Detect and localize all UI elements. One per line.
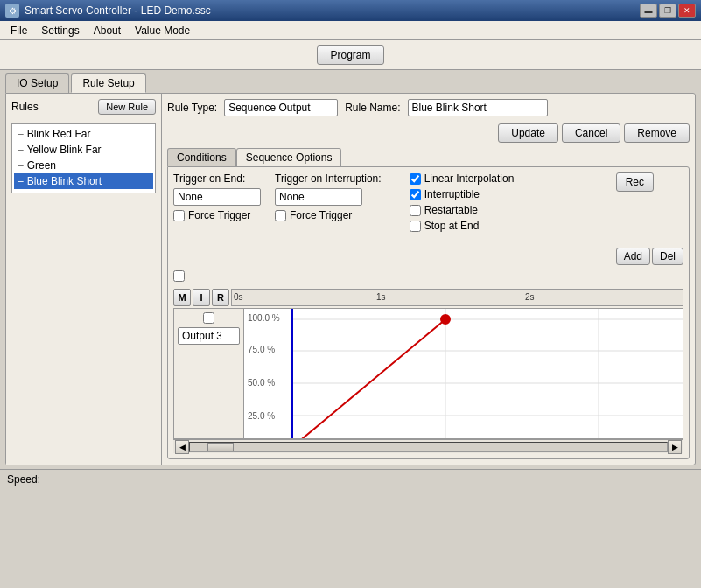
tab-io-setup[interactable]: IO Setup <box>5 74 69 93</box>
rule-type-select[interactable]: Sequence Output <box>224 99 338 116</box>
trigger-end-label: Trigger on End: <box>173 172 261 185</box>
scroll-left-button[interactable]: ◀ <box>175 440 189 454</box>
menu-about[interactable]: About <box>87 23 128 38</box>
force-trigger-1-checkbox[interactable] <box>173 210 185 221</box>
stop-at-end-checkbox[interactable] <box>410 220 421 232</box>
rule-name-input[interactable] <box>408 99 548 116</box>
force-trigger-2-label: Force Trigger <box>290 209 352 221</box>
toolbar: Program <box>0 40 701 70</box>
rule-type-label: Rule Type: <box>167 102 217 114</box>
menu-file[interactable]: File <box>4 23 34 38</box>
rule-item-green[interactable]: Green <box>14 158 153 173</box>
sidebar: Rules New Rule Blink Red Far Yellow Blin… <box>6 94 162 465</box>
panel-box: Trigger on End: None Force Trigger Trigg… <box>167 166 690 459</box>
stop-at-end-row: Stop at End <box>410 220 515 232</box>
rule-name-label: Rule Name: <box>345 102 400 114</box>
rule-type-select-wrapper: Sequence Output <box>224 99 338 116</box>
timeline-container: Output 3 100.0 % 75.0 % <box>173 308 683 439</box>
y-label-25: 25.0 % <box>248 411 275 421</box>
graph-line <box>292 319 445 438</box>
track-checkbox[interactable] <box>203 312 214 324</box>
force-trigger-1-label: Force Trigger <box>188 209 250 221</box>
scroll-right-button[interactable]: ▶ <box>668 440 682 454</box>
cancel-button[interactable]: Cancel <box>562 123 620 143</box>
app-icon: ⚙ <box>5 4 19 18</box>
tab-sequence-options[interactable]: Sequence Options <box>236 148 342 166</box>
editor-checkbox[interactable] <box>173 270 185 282</box>
add-button[interactable]: Add <box>616 248 650 265</box>
sequence-editor: M I R 0s 1s 2s <box>173 289 683 453</box>
maximize-button[interactable]: ❐ <box>659 4 676 18</box>
m-button[interactable]: M <box>173 289 191 306</box>
editor-toolbar: M I R 0s 1s 2s <box>173 289 683 306</box>
main-panel: Rule Type: Sequence Output Rule Name: Up… <box>162 94 695 465</box>
rec-adddel-group: Rec Add Del <box>616 172 683 265</box>
menu-value-mode[interactable]: Value Mode <box>128 23 197 38</box>
editor-header-row <box>173 270 683 282</box>
trigger-end-group: Trigger on End: None Force Trigger <box>173 172 261 221</box>
force-trigger-1-row: Force Trigger <box>173 209 261 221</box>
interruptible-row: Interruptible <box>410 188 515 200</box>
scrollbar-thumb[interactable] <box>207 443 234 452</box>
content-area: Rules New Rule Blink Red Far Yellow Blin… <box>5 93 696 466</box>
output-select[interactable]: Output 3 <box>178 327 240 345</box>
rule-header: Rule Type: Sequence Output Rule Name: Up… <box>167 99 690 143</box>
restartable-row: Restartable <box>410 204 515 216</box>
update-button[interactable]: Update <box>498 123 558 143</box>
status-bar: Speed: <box>0 469 701 488</box>
r-button[interactable]: R <box>212 289 229 306</box>
trigger-interrupt-label: Trigger on Interruption: <box>275 172 382 185</box>
menu-bar: File Settings About Value Mode <box>0 21 701 40</box>
horizontal-scrollbar[interactable] <box>189 442 668 452</box>
y-label-100: 100.0 % <box>248 313 280 323</box>
new-rule-button[interactable]: New Rule <box>98 99 156 115</box>
chart-svg: 100.0 % 75.0 % 50.0 % 25.0 % 0.0 % <box>244 309 683 438</box>
time-label-2s: 2s <box>525 292 535 302</box>
remove-button[interactable]: Remove <box>624 123 690 143</box>
interruptible-checkbox[interactable] <box>410 189 421 200</box>
inner-tabs: Conditions Sequence Options <box>167 148 690 166</box>
add-del-group: Add Del <box>616 248 683 265</box>
rule-item-blink-red-far[interactable]: Blink Red Far <box>14 126 153 142</box>
time-label-1s: 1s <box>376 292 386 302</box>
menu-settings[interactable]: Settings <box>34 23 86 38</box>
timeline-ruler: 0s 1s 2s <box>231 289 683 306</box>
graph-point-end <box>441 315 450 324</box>
trigger-end-select-wrapper: None <box>173 188 261 206</box>
tab-rule-setup[interactable]: Rule Setup <box>71 74 145 93</box>
trigger-interrupt-select[interactable]: None <box>275 188 362 206</box>
restartable-checkbox[interactable] <box>410 205 421 216</box>
close-button[interactable]: ✕ <box>678 4 696 18</box>
trigger-interrupt-select-wrapper: None <box>275 188 382 206</box>
status-speed-label: Speed: <box>7 473 40 486</box>
trigger-end-select[interactable]: None <box>173 188 261 206</box>
trigger-interrupt-group: Trigger on Interruption: None Force Trig… <box>275 172 382 221</box>
force-trigger-2-checkbox[interactable] <box>275 210 286 221</box>
y-label-50: 50.0 % <box>248 378 275 388</box>
tab-conditions[interactable]: Conditions <box>167 148 236 166</box>
rule-item-yellow-blink-far[interactable]: Yellow Blink Far <box>14 142 153 158</box>
time-label-0s: 0s <box>234 292 243 302</box>
i-button[interactable]: I <box>193 289 210 306</box>
del-button[interactable]: Del <box>652 248 683 265</box>
stop-at-end-label: Stop at End <box>424 220 480 232</box>
minimize-button[interactable]: ▬ <box>640 4 657 18</box>
options-checkboxes: Linear Interpolation Interruptible Resta… <box>410 172 515 232</box>
title-bar-controls: ▬ ❐ ✕ <box>640 4 696 18</box>
restartable-label: Restartable <box>424 204 478 216</box>
linear-interp-checkbox[interactable] <box>410 173 421 185</box>
force-trigger-2-row: Force Trigger <box>275 209 382 221</box>
rec-button[interactable]: Rec <box>616 172 654 192</box>
linear-interp-label: Linear Interpolation <box>424 172 515 185</box>
sidebar-header: Rules New Rule <box>11 99 156 118</box>
linear-interp-row: Linear Interpolation <box>410 172 515 185</box>
output-select-wrapper: Output 3 <box>178 327 240 345</box>
action-buttons: Update Cancel Remove <box>498 123 690 143</box>
program-button[interactable]: Program <box>317 46 383 65</box>
rules-title: Rules <box>11 101 39 113</box>
scrollbar-area: ◀ ▶ <box>173 439 683 453</box>
chart-area: 100.0 % 75.0 % 50.0 % 25.0 % 0.0 % <box>243 308 683 439</box>
rule-item-blue-blink-short[interactable]: Blue Blink Short <box>14 173 153 189</box>
title-bar-left: ⚙ Smart Servo Controller - LED Demo.ssc <box>5 4 211 18</box>
title-bar: ⚙ Smart Servo Controller - LED Demo.ssc … <box>0 0 701 21</box>
